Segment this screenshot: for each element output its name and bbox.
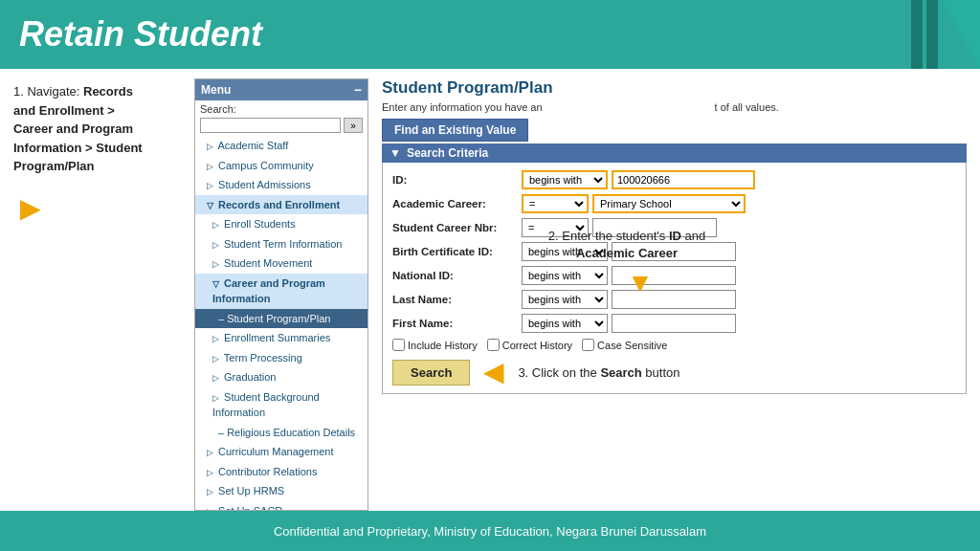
footer-text: Confidential and Proprietary, Ministry o… <box>274 524 706 539</box>
menu-panel: Menu − Search: » ▷ Academic Staff ▷ Camp… <box>194 78 368 511</box>
menu-item-term-processing[interactable]: ▷ Term Processing <box>195 348 368 368</box>
search-button[interactable]: Search <box>392 360 470 386</box>
menu-search-controls: » <box>195 118 368 136</box>
case-sensitive-label[interactable]: Case Sensitive <box>582 339 667 351</box>
last-name-operator[interactable]: begins with = <box>522 290 608 309</box>
id-operator-select[interactable]: begins with = <box>522 170 608 189</box>
id-value-input[interactable] <box>612 170 755 189</box>
search-criteria-bar: ▼ Search Criteria <box>382 143 967 163</box>
menu-item-career-program-info[interactable]: ▽ Career and Program Information <box>195 274 368 309</box>
page-title: Retain Student <box>19 14 262 55</box>
first-name-operator[interactable]: begins with = <box>522 314 608 333</box>
tab-bar: Find an Existing Value <box>382 119 967 142</box>
menu-item-student-movement[interactable]: ▷ Student Movement <box>195 253 368 274</box>
tab-find-existing-value[interactable]: Find an Existing Value <box>382 119 528 142</box>
last-name-row: Last Name: begins with = <box>392 290 956 309</box>
first-name-label: First Name: <box>392 318 522 329</box>
correct-history-label[interactable]: Correct History <box>487 339 572 351</box>
first-name-row: First Name: begins with = <box>392 314 956 333</box>
search-form: ID: begins with = Academic Career: = beg… <box>382 163 967 394</box>
main-content: 1. Navigate: Recordsand Enrollment >Care… <box>0 69 980 511</box>
content-description2: t of all values. <box>715 101 779 113</box>
menu-item-contributor-relations[interactable]: ▷ Contributor Relations <box>195 462 368 482</box>
step1-number: 1. Navigate: <box>13 84 83 99</box>
menu-search-row: Search: <box>195 100 368 118</box>
step2-annotation: 2. Enter the student's ID and Academic C… <box>546 228 708 262</box>
header: Retain Student <box>0 0 980 69</box>
menu-item-enrollment-summaries[interactable]: ▷ Enrollment Summaries <box>195 328 368 348</box>
academic-career-operator-select[interactable]: = begins with <box>522 194 589 213</box>
student-career-nbr-label: Student Career Nbr: <box>392 222 522 233</box>
national-id-row: National ID: begins with = <box>392 266 956 285</box>
menu-item-set-up-hrms[interactable]: ▷ Set Up HRMS <box>195 481 368 501</box>
arrow-down-icon: ◀ <box>483 359 504 386</box>
menu-item-records-enrollment[interactable]: ▽ Records and Enrollment <box>195 195 368 215</box>
search-criteria-label: Search Criteria <box>407 146 488 160</box>
search-button-row: Search ◀ 3. Click on the Search button <box>392 359 956 386</box>
national-id-operator[interactable]: begins with = <box>522 266 608 285</box>
menu-item-student-program-plan[interactable]: – Student Program/Plan <box>195 309 368 329</box>
menu-item-curriculum-mgmt[interactable]: ▷ Curriculum Management <box>195 442 368 462</box>
instructions-panel: 1. Navigate: Recordsand Enrollment >Care… <box>13 78 181 511</box>
step2-text: 2. Enter the student's ID and Academic C… <box>548 229 705 260</box>
id-label: ID: <box>392 174 522 186</box>
menu-search-button[interactable]: » <box>344 118 363 133</box>
menu-search-input[interactable] <box>200 118 341 133</box>
menu-item-student-background[interactable]: ▷ Student Background Information <box>195 387 368 423</box>
menu-item-graduation[interactable]: ▷ Graduation <box>195 367 368 387</box>
include-history-checkbox[interactable] <box>392 339 405 351</box>
correct-history-checkbox[interactable] <box>487 339 500 351</box>
step2-arrow-down-icon: ▼ <box>627 268 654 298</box>
search-criteria-triangle: ▼ <box>390 146 401 160</box>
menu-item-religious-education[interactable]: – Religious Education Details <box>195 423 368 443</box>
menu-item-set-up-sacr[interactable]: ▷ Set Up SACR <box>195 501 368 512</box>
deco-bar <box>911 0 923 69</box>
menu-item-student-admissions[interactable]: ▷ Student Admissions <box>195 175 368 195</box>
academic-career-row: Academic Career: = begins with Primary S… <box>392 194 956 213</box>
menu-item-academic-staff[interactable]: ▷ Academic Staff <box>195 136 368 156</box>
academic-career-label: Academic Career: <box>392 198 522 209</box>
menu-item-enroll-students[interactable]: ▷ Enroll Students <box>195 214 368 234</box>
footer: Confidential and Proprietary, Ministry o… <box>0 511 980 551</box>
include-history-label[interactable]: Include History <box>392 339 478 351</box>
menu-item-student-term-info[interactable]: ▷ Student Term Information <box>195 234 368 254</box>
birth-cert-label: Birth Certificate ID: <box>392 246 522 257</box>
first-name-input[interactable] <box>612 314 736 333</box>
national-id-label: National ID: <box>392 270 522 281</box>
content-area: Student Program/Plan Enter any informati… <box>382 78 967 511</box>
last-name-label: Last Name: <box>392 294 522 305</box>
content-title: Student Program/Plan <box>382 78 967 98</box>
deco-triangle <box>942 0 980 69</box>
arrow-right-icon: ► <box>13 191 48 226</box>
menu-header: Menu − <box>195 79 368 100</box>
checkboxes-row: Include History Correct History Case Sen… <box>392 339 956 351</box>
content-description: Enter any information you have an <box>382 101 543 113</box>
case-sensitive-checkbox[interactable] <box>582 339 594 351</box>
menu-search-label: Search: <box>200 103 236 115</box>
step3-text: 3. Click on the Search button <box>518 365 679 380</box>
header-decoration <box>911 0 980 69</box>
menu-minimize-button[interactable]: − <box>354 82 362 98</box>
menu-item-campus-community[interactable]: ▷ Campus Community <box>195 156 368 176</box>
id-row: ID: begins with = <box>392 170 956 189</box>
deco-bar2 <box>926 0 938 69</box>
academic-career-value-select[interactable]: Primary School <box>592 194 746 213</box>
menu-title: Menu <box>201 83 231 97</box>
